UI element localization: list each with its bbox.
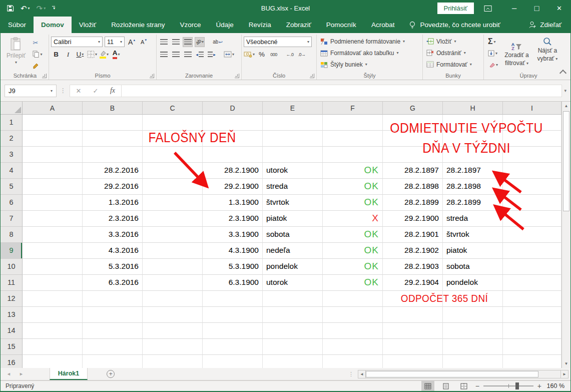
- ribbon-tab-zobrazi-[interactable]: Zobraziť: [279, 17, 319, 33]
- cut-button[interactable]: ✂: [32, 38, 43, 48]
- cell-G8[interactable]: 28.2.1901: [383, 227, 443, 243]
- cell-D15[interactable]: [203, 339, 263, 355]
- row-header-14[interactable]: 14: [1, 323, 23, 339]
- cell-F15[interactable]: [323, 339, 383, 355]
- decrease-decimal-button[interactable]: .0→: [297, 50, 307, 60]
- cell-G13[interactable]: [383, 307, 443, 323]
- font-size-combo[interactable]: 11▾: [105, 37, 125, 47]
- column-header-C[interactable]: C: [143, 102, 203, 115]
- cell-A11[interactable]: [23, 275, 83, 291]
- cell-D16[interactable]: [203, 355, 263, 368]
- vertical-scrollbar-thumb[interactable]: [563, 111, 569, 211]
- cell-D14[interactable]: [203, 323, 263, 339]
- row-header-9[interactable]: 9: [1, 243, 23, 259]
- cell-G6[interactable]: 28.2.1899: [383, 195, 443, 211]
- cell-F1[interactable]: [323, 115, 383, 131]
- cell-B10[interactable]: 5.3.2016: [83, 259, 143, 275]
- ribbon-tab-pomocn-k[interactable]: Pomocník: [319, 17, 364, 33]
- cell-F7[interactable]: X: [323, 211, 383, 227]
- increase-indent-button[interactable]: ▸: [207, 50, 217, 60]
- cell-E1[interactable]: [263, 115, 323, 131]
- redo-button[interactable]: ↷▾: [37, 5, 46, 12]
- cell-B8[interactable]: 3.3.2016: [83, 227, 143, 243]
- row-header-13[interactable]: 13: [1, 307, 23, 323]
- format-painter-button[interactable]: [32, 61, 43, 71]
- cell-A5[interactable]: [23, 179, 83, 195]
- cell-A13[interactable]: [23, 307, 83, 323]
- cell-D10[interactable]: 5.3.1900: [203, 259, 263, 275]
- row-header-6[interactable]: 6: [1, 195, 23, 211]
- row-header-3[interactable]: 3: [1, 147, 23, 163]
- dialog-launcher-font[interactable]: [150, 74, 154, 78]
- cell-A14[interactable]: [23, 323, 83, 339]
- cell-F13[interactable]: [323, 307, 383, 323]
- ribbon-tab--daje[interactable]: Údaje: [208, 17, 241, 33]
- cell-D2[interactable]: [203, 131, 263, 147]
- cell-C2[interactable]: [143, 131, 203, 147]
- cell-I14[interactable]: [503, 323, 561, 339]
- dialog-launcher-alignment[interactable]: [235, 74, 239, 78]
- column-header-H[interactable]: H: [443, 102, 503, 115]
- cell-C3[interactable]: [143, 147, 203, 163]
- cell-I10[interactable]: [503, 259, 561, 275]
- scroll-down-button[interactable]: ▼: [562, 359, 570, 368]
- paste-button[interactable]: Prilepiť ▾: [4, 36, 29, 65]
- row-header-5[interactable]: 5: [1, 179, 23, 195]
- ribbon-display-options-button[interactable]: [484, 5, 492, 13]
- cell-B14[interactable]: [83, 323, 143, 339]
- cell-D1[interactable]: [203, 115, 263, 131]
- comma-style-button[interactable]: 000: [269, 50, 279, 60]
- cell-I5[interactable]: [503, 179, 561, 195]
- sheet-tab-harok1[interactable]: Hárok1: [50, 368, 88, 380]
- row-header-4[interactable]: 4: [1, 163, 23, 179]
- tab-splitter[interactable]: ⋮: [348, 371, 354, 377]
- cell-F4[interactable]: OK: [323, 163, 383, 179]
- row-header-16[interactable]: 16: [1, 355, 23, 368]
- customize-qat-button[interactable]: ▾: [52, 6, 55, 11]
- cell-F10[interactable]: OK: [323, 259, 383, 275]
- cell-A12[interactable]: [23, 291, 83, 307]
- cell-I3[interactable]: [503, 147, 561, 163]
- cell-F11[interactable]: OK: [323, 275, 383, 291]
- font-name-combo[interactable]: Calibri▾: [51, 37, 103, 47]
- align-bottom-button[interactable]: [183, 37, 193, 47]
- zoom-out-button[interactable]: −: [475, 382, 479, 390]
- insert-cells-button[interactable]: Vložiť▾: [425, 36, 481, 47]
- format-cells-button[interactable]: Formátovať▾: [425, 59, 481, 70]
- cell-A2[interactable]: [23, 131, 83, 147]
- scroll-right-button[interactable]: ►: [560, 370, 568, 378]
- cell-D7[interactable]: 2.3.1900: [203, 211, 263, 227]
- cell-G3[interactable]: [383, 147, 443, 163]
- dialog-launcher-clipboard[interactable]: [42, 74, 47, 78]
- share-button[interactable]: Zdieľať: [528, 17, 570, 33]
- cell-H9[interactable]: piatok: [443, 243, 503, 259]
- cell-B1[interactable]: [83, 115, 143, 131]
- column-header-F[interactable]: F: [323, 102, 383, 115]
- tell-me-box[interactable]: Povedzte, čo chcete urobiť: [409, 17, 500, 33]
- row-header-1[interactable]: 1: [1, 115, 23, 131]
- cell-G9[interactable]: 28.2.1902: [383, 243, 443, 259]
- cell-E9[interactable]: nedeľa: [263, 243, 323, 259]
- orientation-button[interactable]: ab▾: [195, 37, 205, 47]
- cell-A15[interactable]: [23, 339, 83, 355]
- cell-H3[interactable]: [443, 147, 503, 163]
- cell-I6[interactable]: [503, 195, 561, 211]
- cell-E10[interactable]: pondelok: [263, 259, 323, 275]
- cell-E4[interactable]: utorok: [263, 163, 323, 179]
- conditional-formatting-button[interactable]: Podmienené formátovanie▾: [319, 36, 420, 47]
- cell-C8[interactable]: [143, 227, 203, 243]
- cell-H5[interactable]: 28.2.1898: [443, 179, 503, 195]
- zoom-slider[interactable]: [483, 385, 533, 386]
- cell-E11[interactable]: utorok: [263, 275, 323, 291]
- zoom-level-label[interactable]: 160 %: [545, 382, 564, 389]
- cell-C12[interactable]: [143, 291, 203, 307]
- decrease-font-button[interactable]: A▾: [139, 37, 149, 47]
- save-button[interactable]: [7, 5, 14, 12]
- cell-I13[interactable]: [503, 307, 561, 323]
- formula-bar-splitter[interactable]: ⋮: [60, 87, 66, 94]
- cell-C16[interactable]: [143, 355, 203, 368]
- cell-C6[interactable]: [143, 195, 203, 211]
- cell-F6[interactable]: OK: [323, 195, 383, 211]
- cell-A6[interactable]: [23, 195, 83, 211]
- cell-H10[interactable]: sobota: [443, 259, 503, 275]
